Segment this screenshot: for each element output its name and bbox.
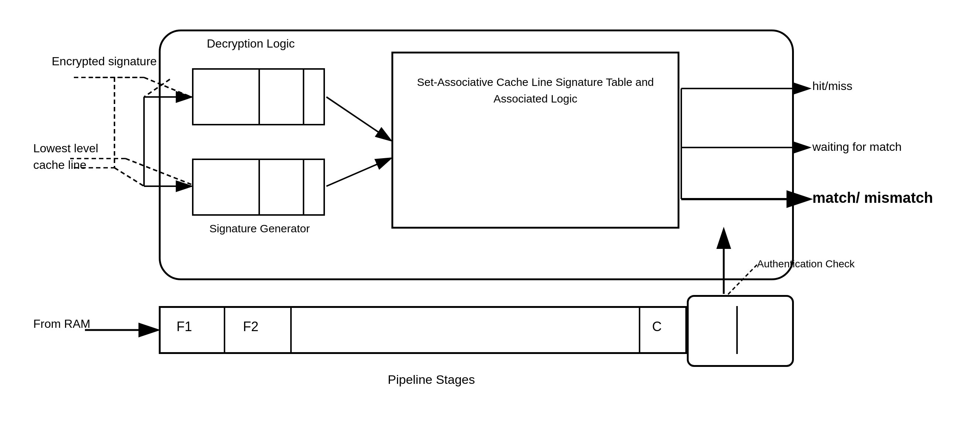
signature-generator-label: Signature Generator [202, 221, 317, 236]
decryption-lower-divider1 [258, 158, 260, 216]
match-mismatch-label: match/ mismatch [812, 188, 933, 207]
hit-miss-label: hit/miss [812, 79, 852, 93]
pipeline-stages-label: Pipeline Stages [388, 372, 475, 387]
decryption-logic-label: Decryption Logic [207, 37, 295, 51]
waiting-for-match-label: waiting for match [812, 140, 902, 154]
decryption-lower-divider2 [303, 158, 304, 216]
auth-a1-cell [690, 306, 738, 354]
auth-a2-cell [739, 306, 794, 354]
c-label: C [652, 319, 662, 334]
diagram-container: Decryption Logic Signature Generator Set… [0, 0, 980, 434]
lowest-level-cache-line-label: Lowest level cache line [33, 140, 126, 173]
f1-label: F1 [177, 319, 192, 334]
decryption-upper-divider2 [303, 68, 304, 125]
from-ram-label: From RAM [33, 317, 91, 331]
decryption-upper-divider1 [258, 68, 260, 125]
set-associative-label: Set-Associative Cache Line Signature Tab… [399, 74, 672, 107]
authentication-check-label: Authentication Check [757, 258, 855, 270]
f2-label: F2 [243, 319, 258, 334]
encrypted-signature-label: Encrypted signature [52, 55, 157, 68]
pipeline-c [639, 306, 687, 354]
